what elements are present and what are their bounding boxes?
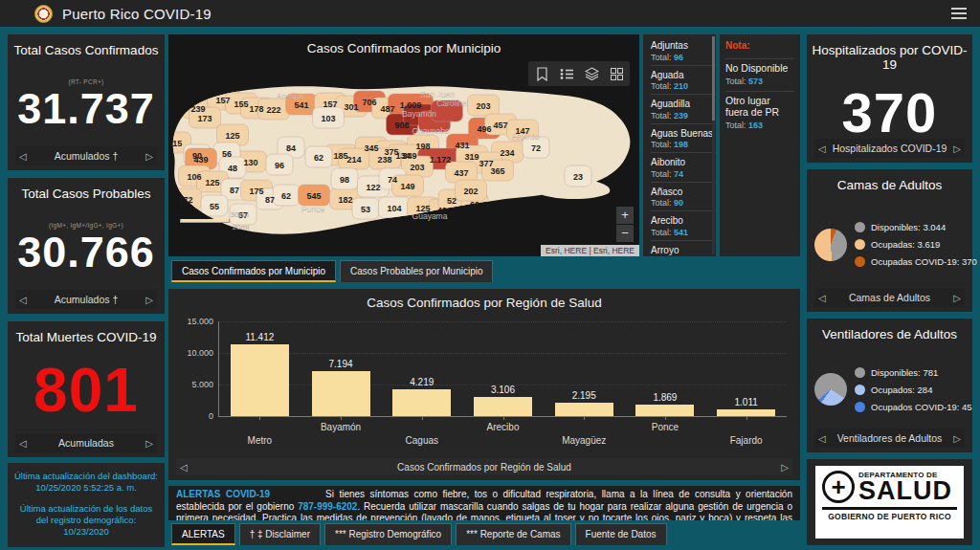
legend-dot-icon (855, 385, 865, 395)
logo-line3: GOBIERNO DE PUERTO RICO (822, 512, 957, 521)
layers-icon[interactable] (582, 64, 601, 83)
svg-text:125: 125 (205, 178, 219, 187)
tab--registro-demogr-fico[interactable]: *** Registro Demográfico (324, 523, 452, 545)
list-item[interactable]: AguadaTotal: 210 (651, 66, 716, 96)
list-item[interactable]: AguadillaTotal: 239 (651, 95, 716, 124)
legend-item: Ocupadas: 3.619 (855, 239, 977, 250)
list-item[interactable]: ArroyoTotal: 49 (651, 241, 716, 257)
next-arrow-icon[interactable]: ▷ (145, 151, 153, 162)
menu-icon[interactable] (951, 8, 967, 19)
svg-text:301: 301 (344, 102, 358, 112)
registry-update-text: Última actualización de los datos del re… (13, 503, 159, 539)
next-arrow-icon[interactable]: ▷ (145, 438, 153, 449)
alerts-ticker: ALERTAS COVID-19Si tienes síntomas como … (168, 486, 800, 520)
map-tab-casos-confirmados-por-municipio[interactable]: Casos Confirmados por Municipio (171, 260, 336, 282)
tab--reporte-de-camas[interactable]: *** Reporte de Camas (456, 523, 570, 545)
svg-text:157: 157 (215, 96, 230, 105)
svg-text:439: 439 (193, 155, 208, 165)
health-department-logo-card: + DEPARTAMENTO DE SALUD GOBIERNO DE PUER… (807, 459, 972, 545)
map-scalebar: 30km 20mi (180, 210, 249, 231)
svg-text:Arecibo: Arecibo (277, 92, 304, 101)
legend-icon[interactable] (557, 64, 576, 83)
svg-text:238: 238 (377, 155, 391, 165)
svg-text:Guayama: Guayama (412, 211, 448, 221)
list-item[interactable]: AñascoTotal: 90 (651, 183, 716, 212)
svg-text:106: 106 (187, 172, 201, 182)
alerts-phone[interactable]: 787-999-6202 (298, 501, 357, 512)
bar-value-label: 3.106 (491, 385, 515, 395)
legend-dot-icon (855, 239, 865, 250)
last-update-panel: Última actualización del dashboard: 10/2… (8, 463, 165, 547)
next-arrow-icon[interactable]: ▷ (953, 433, 961, 444)
svg-text:Ponce: Ponce (301, 205, 324, 214)
prev-arrow-icon[interactable]: ◁ (19, 438, 27, 449)
bar-mayagüez[interactable] (555, 403, 613, 416)
prev-arrow-icon[interactable]: ◁ (818, 433, 826, 444)
x-axis-category-label: Fajardo (730, 435, 763, 446)
tab-fuente-de-datos[interactable]: Fuente de Datos (575, 523, 667, 545)
list-item[interactable]: AibonitoTotal: 74 (651, 153, 716, 183)
card-footer-label: Acumuladas (58, 437, 114, 449)
map-tabbar: Casos Confirmados por MunicipioCasos Pro… (171, 260, 493, 282)
svg-text:Fajardo: Fajardo (512, 132, 540, 142)
prev-arrow-icon[interactable]: ◁ (180, 462, 188, 473)
list-item[interactable]: AreciboTotal: 541 (651, 211, 716, 241)
y-axis-tick-label: 10.000 (187, 348, 213, 358)
svg-text:53: 53 (361, 205, 370, 214)
logo-line2: SALUD (858, 479, 952, 504)
svg-text:56: 56 (222, 149, 232, 159)
svg-text:365: 365 (490, 166, 504, 176)
bar-metro[interactable] (231, 344, 289, 416)
legend-item: Ocupados: 284 (855, 385, 972, 395)
svg-text:84: 84 (286, 143, 296, 153)
svg-text:172: 172 (178, 195, 192, 205)
tab--disclaimer[interactable]: † ‡ Disclaimer (239, 523, 321, 545)
next-arrow-icon[interactable]: ▷ (953, 143, 961, 154)
map-tab-casos-probables-por-municipio[interactable]: Casos Probables por Municipio (340, 260, 493, 282)
card-title: Hospitalizados por COVID-19 (807, 34, 972, 72)
prev-arrow-icon[interactable]: ◁ (19, 295, 27, 305)
svg-text:52: 52 (447, 196, 457, 206)
zoom-out-button[interactable]: − (616, 225, 634, 242)
bookmark-icon[interactable] (532, 64, 551, 83)
legend-dot-icon (855, 222, 865, 232)
svg-text:155: 155 (234, 99, 248, 109)
x-axis-category-label: Ponce (652, 422, 679, 432)
prev-arrow-icon[interactable]: ◁ (19, 151, 27, 162)
next-arrow-icon[interactable]: ▷ (953, 293, 961, 303)
svg-text:72: 72 (531, 143, 541, 153)
bar-fajardo[interactable] (717, 409, 775, 416)
map-zoom-controls: + − (616, 207, 634, 243)
adult-beds-card: Camas de Adultos Disponibles: 3.044Ocupa… (807, 169, 972, 312)
legend-dot-icon (855, 402, 865, 412)
map-panel[interactable]: 2391571551782225411573017064871.00920317… (168, 34, 639, 256)
probable-cases-card: Total Casos Probables (IgM+, IgM+/IgG+, … (8, 178, 165, 314)
list-item[interactable]: Aguas BuenasTotal: 198 (651, 124, 716, 154)
prev-arrow-icon[interactable]: ◁ (818, 293, 826, 303)
x-axis-category-label: Bayamón (321, 422, 361, 432)
y-axis-tick-label: 15.000 (187, 317, 213, 326)
next-arrow-icon[interactable]: ▷ (781, 462, 789, 473)
bar-caguas[interactable] (392, 389, 451, 416)
svg-text:496: 496 (477, 124, 491, 134)
dashboard: Puerto Rico COVID-19 Total Casos Confirm… (0, 0, 980, 550)
x-axis-category-label: Arecibo (487, 422, 520, 432)
basemap-icon[interactable] (607, 64, 626, 83)
card-title: Total Casos Confirmados (8, 34, 165, 57)
map-attribution: Esri, HERE | Esri, HERE (541, 245, 639, 256)
chart-title: Casos Confirmados por Región de Salud (168, 296, 800, 310)
bar-bayamón[interactable] (312, 371, 370, 416)
bar-chart: 05.00010.00015.00011.412Metro7.194Bayamó… (218, 321, 787, 417)
bar-arecibo[interactable] (474, 397, 532, 416)
app-title: Puerto Rico COVID-19 (62, 6, 212, 22)
next-arrow-icon[interactable]: ▷ (145, 295, 153, 305)
prev-arrow-icon[interactable]: ◁ (818, 143, 826, 154)
list-scrollbar[interactable] (712, 36, 715, 254)
list-item[interactable]: AdjuntasTotal: 96 (651, 36, 716, 66)
scale-km-label: 30km (180, 210, 249, 219)
bar-ponce[interactable] (635, 405, 694, 416)
svg-text:Carolina: Carolina (436, 99, 467, 108)
tab-alertas[interactable]: ALERTAS (171, 523, 235, 545)
hospitalized-card: Hospitalizados por COVID-19 370 ◁ Hospit… (807, 34, 972, 163)
zoom-in-button[interactable]: + (616, 207, 634, 224)
